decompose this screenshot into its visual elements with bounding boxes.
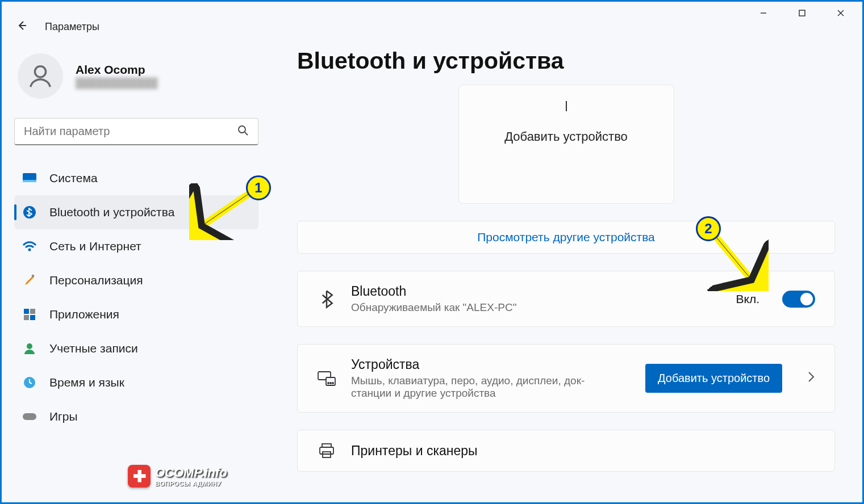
sidebar-item-label: Bluetooth и устройства xyxy=(49,205,174,219)
user-account[interactable]: Alex Ocomp ████████████ xyxy=(14,53,258,99)
devices-row[interactable]: Устройства Мышь, клавиатура, перо, аудио… xyxy=(297,344,835,413)
add-device-card[interactable]: Добавить устройство xyxy=(458,85,674,204)
sidebar-item-label: Приложения xyxy=(49,308,119,321)
page-title: Bluetooth и устройства xyxy=(297,48,835,74)
svg-line-30 xyxy=(202,192,252,226)
svg-rect-28 xyxy=(323,452,331,457)
printers-row[interactable]: Принтеры и сканеры xyxy=(297,430,835,472)
avatar xyxy=(18,53,63,99)
app-title: Параметры xyxy=(45,21,99,33)
sidebar-item-gaming[interactable]: Игры xyxy=(14,400,258,434)
svg-rect-9 xyxy=(23,180,36,182)
add-device-label: Добавить устройство xyxy=(459,129,674,144)
bluetooth-icon xyxy=(317,289,336,309)
svg-rect-19 xyxy=(23,413,36,420)
sidebar: Alex Ocomp ████████████ Система xyxy=(2,37,269,502)
clock-icon xyxy=(22,375,37,390)
svg-point-24 xyxy=(330,383,331,384)
svg-point-23 xyxy=(328,383,329,384)
view-more-label: Просмотреть другие устройства xyxy=(477,230,655,244)
gamepad-icon xyxy=(22,409,37,424)
svg-rect-13 xyxy=(24,309,29,314)
annotation-callout-1: 1 xyxy=(246,175,271,200)
svg-point-11 xyxy=(28,249,31,251)
sidebar-item-time[interactable]: Время и язык xyxy=(14,366,258,400)
svg-point-6 xyxy=(239,126,245,133)
svg-rect-26 xyxy=(322,444,331,447)
toggle-state-label: Вкл. xyxy=(736,292,759,306)
sidebar-item-label: Учетные записи xyxy=(49,342,138,355)
search-input[interactable] xyxy=(24,125,237,138)
minimize-button[interactable] xyxy=(752,5,775,22)
svg-rect-15 xyxy=(24,315,29,320)
svg-point-17 xyxy=(27,343,32,349)
printers-title: Принтеры и сканеры xyxy=(351,443,815,459)
watermark-tag: ВОПРОСЫ АДМИНУ xyxy=(155,480,227,487)
svg-rect-12 xyxy=(31,274,35,278)
svg-point-25 xyxy=(332,383,333,384)
apps-icon xyxy=(22,307,37,322)
svg-point-5 xyxy=(35,66,45,77)
bluetooth-subtitle: Обнаруживаемый как "ALEX-PC" xyxy=(351,301,612,314)
svg-rect-16 xyxy=(30,315,35,320)
content-area: Bluetooth и устройства Добавить устройст… xyxy=(269,37,862,502)
sidebar-item-label: Система xyxy=(49,171,98,185)
watermark-tld: .info xyxy=(201,465,227,480)
sidebar-item-label: Сеть и Интернет xyxy=(49,240,141,253)
svg-rect-27 xyxy=(320,447,333,454)
sidebar-item-label: Время и язык xyxy=(49,376,124,389)
add-device-button[interactable]: Добавить устройство xyxy=(645,364,782,393)
printer-icon xyxy=(317,443,336,459)
bluetooth-title: Bluetooth xyxy=(351,284,721,299)
sidebar-item-label: Игры xyxy=(49,410,78,423)
svg-line-7 xyxy=(245,132,248,135)
close-button[interactable] xyxy=(829,5,852,22)
user-name: Alex Ocomp xyxy=(76,63,158,77)
brush-icon xyxy=(22,273,37,288)
svg-rect-1 xyxy=(799,10,805,16)
back-button[interactable] xyxy=(16,20,28,34)
sidebar-item-personalization[interactable]: Персонализация xyxy=(14,263,258,297)
maximize-button[interactable] xyxy=(791,5,813,22)
svg-line-32 xyxy=(716,237,752,280)
devices-title: Устройства xyxy=(351,357,631,372)
wifi-icon xyxy=(22,239,37,254)
search-box[interactable] xyxy=(14,118,258,145)
system-icon xyxy=(22,171,37,186)
person-icon xyxy=(22,341,37,356)
watermark-brand: OCOMP xyxy=(155,465,201,480)
sidebar-item-apps[interactable]: Приложения xyxy=(14,297,258,331)
watermark-badge-icon: ✚ xyxy=(128,465,151,488)
devices-subtitle: Мышь, клавиатура, перо, аудио, дисплеи, … xyxy=(351,375,612,400)
annotation-callout-2: 2 xyxy=(696,216,721,241)
watermark: ✚ OCOMP.info ВОПРОСЫ АДМИНУ xyxy=(128,465,227,488)
user-email: ████████████ xyxy=(76,78,158,89)
chevron-right-icon xyxy=(807,371,815,387)
devices-icon xyxy=(317,371,336,387)
header-bar: Параметры xyxy=(2,16,862,37)
bluetooth-toggle[interactable] xyxy=(782,291,815,308)
sidebar-item-accounts[interactable]: Учетные записи xyxy=(14,331,258,366)
settings-window: Параметры Alex Ocomp ████████████ xyxy=(0,0,864,504)
svg-rect-14 xyxy=(30,309,35,314)
svg-rect-22 xyxy=(326,377,335,385)
search-icon xyxy=(237,125,249,138)
bluetooth-icon xyxy=(22,205,37,220)
plus-icon xyxy=(561,98,571,118)
sidebar-item-label: Персонализация xyxy=(49,274,143,287)
